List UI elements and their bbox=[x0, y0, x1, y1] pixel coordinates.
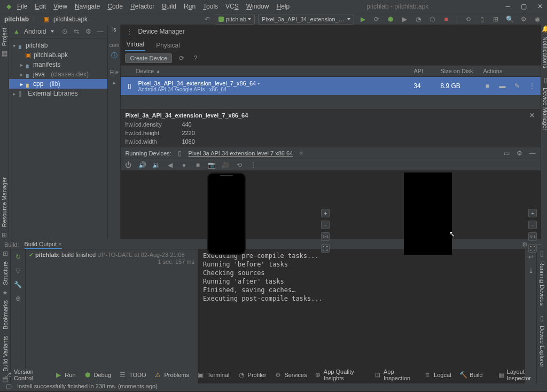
home-icon[interactable]: ● bbox=[179, 161, 188, 169]
stop-button-icon[interactable]: ■ bbox=[442, 15, 450, 23]
col-device[interactable]: Device▲ bbox=[125, 68, 413, 74]
resize-grip-icon[interactable]: ⋰ bbox=[537, 382, 543, 389]
zoom-ratio-button[interactable]: 1:1 bbox=[321, 232, 330, 241]
device-selector[interactable]: Pixel_3a_API_34_extension_level_7_x86... bbox=[258, 14, 354, 25]
account-icon[interactable]: ◉ bbox=[533, 15, 542, 23]
tree-settings-icon[interactable]: ⚙ bbox=[84, 27, 92, 36]
menu-refactor[interactable]: Refactor bbox=[130, 3, 154, 10]
emulator-settings-icon[interactable]: ⚙ bbox=[515, 149, 523, 158]
tool-terminal[interactable]: ▣Terminal bbox=[197, 371, 230, 379]
col-size[interactable]: Size on Disk bbox=[440, 68, 483, 74]
menu-tools[interactable]: Tools bbox=[203, 3, 218, 10]
volume-down-icon[interactable]: 🔉 bbox=[152, 161, 160, 169]
tab-virtual[interactable]: Virtual bbox=[125, 38, 145, 51]
tree-apk[interactable]: ▣pitchlab.apk bbox=[9, 50, 107, 60]
tool-build[interactable]: 🔨Build bbox=[459, 371, 482, 379]
zoom-fit-icon[interactable]: ⛶ bbox=[321, 244, 330, 253]
menu-navigate[interactable]: Navigate bbox=[75, 3, 100, 10]
tool-vcs[interactable]: ⎇Version Control bbox=[4, 369, 46, 381]
zoom-in-icon[interactable]: + bbox=[321, 209, 330, 217]
handle-icon[interactable]: ⋮ bbox=[125, 27, 134, 36]
menu-code[interactable]: Code bbox=[107, 3, 123, 10]
zoom-out-icon[interactable]: − bbox=[321, 221, 330, 229]
hide-emulator-icon[interactable]: — bbox=[528, 149, 536, 158]
close-detail-icon[interactable]: ✕ bbox=[528, 111, 536, 120]
secondary-display[interactable] bbox=[404, 173, 452, 255]
zoom-in-icon[interactable]: + bbox=[528, 209, 537, 217]
device-row[interactable]: ▯ Pixel_3a_API_34_extension_level_7_x86_… bbox=[121, 77, 541, 95]
maximize-button[interactable]: ▢ bbox=[521, 3, 527, 10]
tree-root[interactable]: ▾▖pitchlab bbox=[9, 41, 107, 50]
bookmarks-icon[interactable]: ★ bbox=[1, 288, 10, 297]
record-icon[interactable]: 🎥 bbox=[221, 161, 230, 169]
col-api[interactable]: API bbox=[413, 68, 440, 74]
menu-view[interactable]: View bbox=[53, 3, 67, 10]
tool-device-manager[interactable]: Device Manager bbox=[542, 88, 547, 130]
running-devices-icon[interactable]: ▯ bbox=[538, 249, 546, 258]
tool-app-inspection[interactable]: ⊡App Inspection bbox=[374, 369, 416, 381]
edit-icon[interactable]: ✎ bbox=[513, 82, 521, 90]
tool-aqi[interactable]: ⊕App Quality Insights bbox=[315, 369, 367, 381]
chevron-right-icon[interactable]: ▸ bbox=[110, 79, 119, 87]
tool-run[interactable]: ▶Run bbox=[54, 371, 75, 379]
zoom-fit-icon[interactable]: ⛶ bbox=[528, 244, 537, 253]
tree-java[interactable]: ▸▖java (classes.dex) bbox=[9, 69, 107, 79]
device-explorer-icon[interactable]: ▯ bbox=[538, 314, 546, 323]
tool-resource-manager[interactable]: Resource Manager bbox=[1, 177, 7, 228]
strip-ls[interactable]: ls bbox=[112, 27, 116, 33]
run-button-icon[interactable]: ▶ bbox=[358, 15, 367, 23]
back-icon[interactable]: ◀ bbox=[166, 161, 174, 169]
tree-filter-icon[interactable]: ⊙ bbox=[60, 27, 69, 36]
help-icon[interactable]: ? bbox=[191, 54, 200, 62]
close-button[interactable]: ✕ bbox=[537, 3, 543, 10]
tree-hide-icon[interactable]: — bbox=[96, 27, 104, 36]
tool-device-explorer[interactable]: Device Explorer bbox=[539, 326, 545, 367]
apply-changes-icon[interactable]: ⟳ bbox=[372, 15, 381, 23]
tool-debug[interactable]: ⬢Debug bbox=[83, 371, 111, 379]
tool-services[interactable]: ⚙Services bbox=[274, 371, 307, 379]
tree-expand-icon[interactable]: ⇆ bbox=[72, 27, 81, 36]
attach-debugger-icon[interactable]: ⬡ bbox=[428, 15, 436, 23]
tool-todo[interactable]: ☰TODO bbox=[119, 371, 146, 379]
menu-edit[interactable]: Edit bbox=[35, 3, 46, 10]
tree-manifests[interactable]: ▸▖manifests bbox=[9, 60, 107, 69]
zoom-out-icon[interactable]: − bbox=[528, 221, 537, 229]
toggle-icon[interactable]: ⊕ bbox=[14, 294, 22, 303]
menu-window[interactable]: Window bbox=[246, 3, 269, 10]
module-selector[interactable]: pitchlab bbox=[215, 14, 255, 25]
navigate-back-icon[interactable]: ↶ bbox=[203, 15, 212, 23]
tool-bookmarks[interactable]: Bookmarks bbox=[2, 300, 9, 330]
power-icon[interactable]: ⏻ bbox=[124, 161, 132, 169]
close-tab-icon[interactable]: × bbox=[297, 149, 306, 158]
window-mode-icon[interactable]: ▭ bbox=[502, 149, 511, 158]
breadcrumb-file[interactable]: pitchlab.apk bbox=[53, 15, 88, 23]
create-device-button[interactable]: Create Device bbox=[125, 53, 172, 63]
device-frame[interactable] bbox=[207, 173, 246, 255]
refresh-icon[interactable]: ⟳ bbox=[177, 54, 186, 62]
soft-wrap-icon[interactable]: ↩ bbox=[527, 253, 535, 261]
wrench-icon[interactable]: 🔧 bbox=[14, 280, 22, 289]
search-icon[interactable]: 🔍 bbox=[505, 15, 514, 23]
build-status-row[interactable]: ✔ pitchlab: build finished UP-TO-DATE at… bbox=[29, 252, 194, 258]
tool-logcat[interactable]: ≡Logcat bbox=[423, 371, 451, 379]
project-icon[interactable]: ▦ bbox=[0, 49, 9, 58]
resource-manager-icon[interactable]: ⊞ bbox=[0, 231, 9, 239]
menu-build[interactable]: Build bbox=[162, 3, 176, 10]
menu-run[interactable]: Run bbox=[184, 3, 196, 10]
filter-icon[interactable]: ▽ bbox=[14, 266, 22, 275]
more-emulator-icon[interactable]: ⋮ bbox=[249, 161, 257, 169]
menu-file[interactable]: File bbox=[17, 3, 27, 10]
status-menu-icon[interactable]: ▢ bbox=[4, 382, 13, 390]
device-manager-rail-icon[interactable]: ▯ bbox=[541, 76, 547, 84]
profile-icon[interactable]: ◔ bbox=[414, 15, 423, 23]
tool-project[interactable]: Project bbox=[1, 28, 7, 46]
screenshot-icon[interactable]: 📷 bbox=[207, 161, 216, 169]
breadcrumb-project[interactable]: pitchlab bbox=[4, 15, 29, 23]
scroll-end-icon[interactable]: ⤓ bbox=[527, 266, 535, 275]
tool-notifications[interactable]: Notifications bbox=[542, 36, 547, 68]
menu-help[interactable]: Help bbox=[276, 3, 290, 10]
structure-icon[interactable]: ⊞ bbox=[1, 249, 10, 258]
coverage-icon[interactable]: ▶ bbox=[400, 15, 409, 23]
sync-icon[interactable]: ⟲ bbox=[464, 15, 472, 23]
tool-problems[interactable]: ⚠Problems bbox=[154, 371, 189, 379]
